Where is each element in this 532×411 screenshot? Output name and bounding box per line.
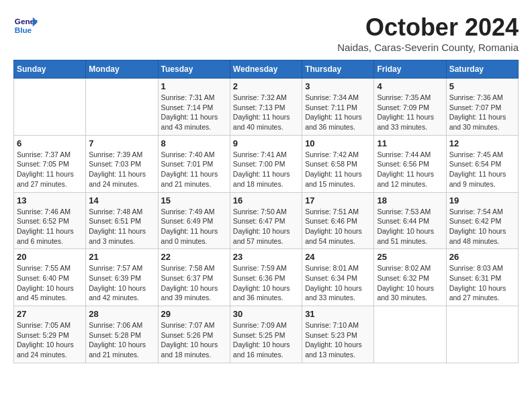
calendar-cell: 23Sunrise: 7:59 AMSunset: 6:36 PMDayligh…	[230, 249, 302, 306]
day-info: Sunrise: 7:37 AMSunset: 7:05 PMDaylight:…	[17, 150, 83, 189]
calendar-cell	[446, 306, 518, 363]
day-number: 16	[233, 195, 299, 205]
day-number: 18	[377, 195, 443, 205]
location: Naidas, Caras-Severin County, Romania	[337, 42, 519, 53]
day-number: 10	[305, 138, 371, 148]
calendar-cell: 9Sunrise: 7:41 AMSunset: 7:00 PMDaylight…	[230, 135, 302, 192]
day-number: 24	[305, 252, 371, 262]
calendar-week-row: 6Sunrise: 7:37 AMSunset: 7:05 PMDaylight…	[14, 135, 519, 192]
calendar-table: SundayMondayTuesdayWednesdayThursdayFrid…	[13, 60, 519, 363]
weekday-header: Tuesday	[158, 60, 230, 79]
day-number: 15	[161, 195, 227, 205]
day-info: Sunrise: 7:59 AMSunset: 6:36 PMDaylight:…	[233, 263, 299, 303]
day-info: Sunrise: 7:36 AMSunset: 7:07 PMDaylight:…	[449, 93, 515, 132]
calendar-cell: 15Sunrise: 7:49 AMSunset: 6:49 PMDayligh…	[158, 192, 230, 249]
day-number: 13	[17, 195, 83, 205]
day-number: 3	[305, 81, 371, 91]
day-number: 1	[161, 81, 227, 91]
day-number: 21	[89, 252, 154, 262]
day-number: 14	[89, 195, 154, 205]
day-number: 23	[233, 252, 299, 262]
day-number: 4	[377, 81, 443, 91]
day-info: Sunrise: 7:46 AMSunset: 6:52 PMDaylight:…	[17, 207, 83, 246]
calendar-cell: 10Sunrise: 7:42 AMSunset: 6:58 PMDayligh…	[302, 135, 374, 192]
day-number: 20	[17, 252, 83, 262]
calendar-cell: 28Sunrise: 7:06 AMSunset: 5:28 PMDayligh…	[86, 306, 158, 363]
day-number: 27	[17, 309, 83, 319]
day-info: Sunrise: 7:45 AMSunset: 6:54 PMDaylight:…	[449, 150, 515, 189]
day-info: Sunrise: 7:10 AMSunset: 5:23 PMDaylight:…	[305, 320, 371, 360]
day-number: 26	[449, 252, 515, 262]
day-number: 9	[233, 138, 299, 148]
calendar-cell: 16Sunrise: 7:50 AMSunset: 6:47 PMDayligh…	[230, 192, 302, 249]
day-info: Sunrise: 7:40 AMSunset: 7:01 PMDaylight:…	[161, 150, 227, 189]
day-info: Sunrise: 7:54 AMSunset: 6:42 PMDaylight:…	[449, 207, 515, 246]
calendar-cell	[14, 79, 86, 136]
weekday-row: SundayMondayTuesdayWednesdayThursdayFrid…	[14, 60, 519, 79]
calendar-cell: 4Sunrise: 7:35 AMSunset: 7:09 PMDaylight…	[374, 79, 446, 136]
page-header: General Blue October 2024 Naidas, Caras-…	[13, 13, 519, 53]
calendar-cell: 12Sunrise: 7:45 AMSunset: 6:54 PMDayligh…	[446, 135, 518, 192]
day-info: Sunrise: 7:48 AMSunset: 6:51 PMDaylight:…	[89, 207, 154, 246]
day-number: 29	[161, 309, 227, 319]
day-info: Sunrise: 7:05 AMSunset: 5:29 PMDaylight:…	[17, 320, 83, 360]
day-info: Sunrise: 7:44 AMSunset: 6:56 PMDaylight:…	[377, 150, 443, 189]
calendar-cell: 26Sunrise: 8:03 AMSunset: 6:31 PMDayligh…	[446, 249, 518, 306]
day-number: 6	[17, 138, 83, 148]
weekday-header: Friday	[374, 60, 446, 79]
day-number: 17	[305, 195, 371, 205]
calendar-cell: 22Sunrise: 7:58 AMSunset: 6:37 PMDayligh…	[158, 249, 230, 306]
day-info: Sunrise: 7:49 AMSunset: 6:49 PMDaylight:…	[161, 207, 227, 246]
day-info: Sunrise: 7:57 AMSunset: 6:39 PMDaylight:…	[89, 263, 154, 303]
day-number: 19	[449, 195, 515, 205]
day-info: Sunrise: 7:31 AMSunset: 7:14 PMDaylight:…	[161, 93, 227, 132]
day-info: Sunrise: 7:34 AMSunset: 7:11 PMDaylight:…	[305, 93, 371, 132]
day-info: Sunrise: 8:03 AMSunset: 6:31 PMDaylight:…	[449, 263, 515, 303]
svg-text:Blue: Blue	[15, 26, 32, 34]
calendar-cell: 5Sunrise: 7:36 AMSunset: 7:07 PMDaylight…	[446, 79, 518, 136]
calendar-week-row: 27Sunrise: 7:05 AMSunset: 5:29 PMDayligh…	[14, 306, 519, 363]
day-info: Sunrise: 7:32 AMSunset: 7:13 PMDaylight:…	[233, 93, 299, 132]
weekday-header: Monday	[86, 60, 158, 79]
day-number: 30	[233, 309, 299, 319]
logo-icon: General Blue	[13, 13, 38, 38]
day-info: Sunrise: 7:35 AMSunset: 7:09 PMDaylight:…	[377, 93, 443, 132]
calendar-cell: 20Sunrise: 7:55 AMSunset: 6:40 PMDayligh…	[14, 249, 86, 306]
day-info: Sunrise: 8:01 AMSunset: 6:34 PMDaylight:…	[305, 263, 371, 303]
day-info: Sunrise: 7:09 AMSunset: 5:25 PMDaylight:…	[233, 320, 299, 360]
calendar-cell: 19Sunrise: 7:54 AMSunset: 6:42 PMDayligh…	[446, 192, 518, 249]
day-number: 28	[89, 309, 154, 319]
calendar-cell: 14Sunrise: 7:48 AMSunset: 6:51 PMDayligh…	[86, 192, 158, 249]
calendar-cell: 25Sunrise: 8:02 AMSunset: 6:32 PMDayligh…	[374, 249, 446, 306]
day-number: 25	[377, 252, 443, 262]
day-number: 12	[449, 138, 515, 148]
day-info: Sunrise: 7:51 AMSunset: 6:46 PMDaylight:…	[305, 207, 371, 246]
day-info: Sunrise: 8:02 AMSunset: 6:32 PMDaylight:…	[377, 263, 443, 303]
calendar-cell: 29Sunrise: 7:07 AMSunset: 5:26 PMDayligh…	[158, 306, 230, 363]
calendar-week-row: 13Sunrise: 7:46 AMSunset: 6:52 PMDayligh…	[14, 192, 519, 249]
day-info: Sunrise: 7:39 AMSunset: 7:03 PMDaylight:…	[89, 150, 154, 189]
weekday-header: Wednesday	[230, 60, 302, 79]
day-number: 5	[449, 81, 515, 91]
calendar-cell: 31Sunrise: 7:10 AMSunset: 5:23 PMDayligh…	[302, 306, 374, 363]
calendar-body: 1Sunrise: 7:31 AMSunset: 7:14 PMDaylight…	[14, 79, 519, 363]
day-info: Sunrise: 7:53 AMSunset: 6:44 PMDaylight:…	[377, 207, 443, 246]
calendar-cell: 24Sunrise: 8:01 AMSunset: 6:34 PMDayligh…	[302, 249, 374, 306]
calendar-header: SundayMondayTuesdayWednesdayThursdayFrid…	[14, 60, 519, 79]
calendar-cell: 7Sunrise: 7:39 AMSunset: 7:03 PMDaylight…	[86, 135, 158, 192]
day-info: Sunrise: 7:50 AMSunset: 6:47 PMDaylight:…	[233, 207, 299, 246]
calendar-cell: 11Sunrise: 7:44 AMSunset: 6:56 PMDayligh…	[374, 135, 446, 192]
title-block: October 2024 Naidas, Caras-Severin Count…	[337, 13, 519, 53]
day-number: 7	[89, 138, 154, 148]
weekday-header: Saturday	[446, 60, 518, 79]
weekday-header: Sunday	[14, 60, 86, 79]
day-number: 2	[233, 81, 299, 91]
day-info: Sunrise: 7:58 AMSunset: 6:37 PMDaylight:…	[161, 263, 227, 303]
calendar-cell	[86, 79, 158, 136]
day-info: Sunrise: 7:42 AMSunset: 6:58 PMDaylight:…	[305, 150, 371, 189]
day-info: Sunrise: 7:07 AMSunset: 5:26 PMDaylight:…	[161, 320, 227, 360]
calendar-cell	[374, 306, 446, 363]
day-number: 8	[161, 138, 227, 148]
logo: General Blue	[13, 13, 38, 38]
day-number: 11	[377, 138, 443, 148]
